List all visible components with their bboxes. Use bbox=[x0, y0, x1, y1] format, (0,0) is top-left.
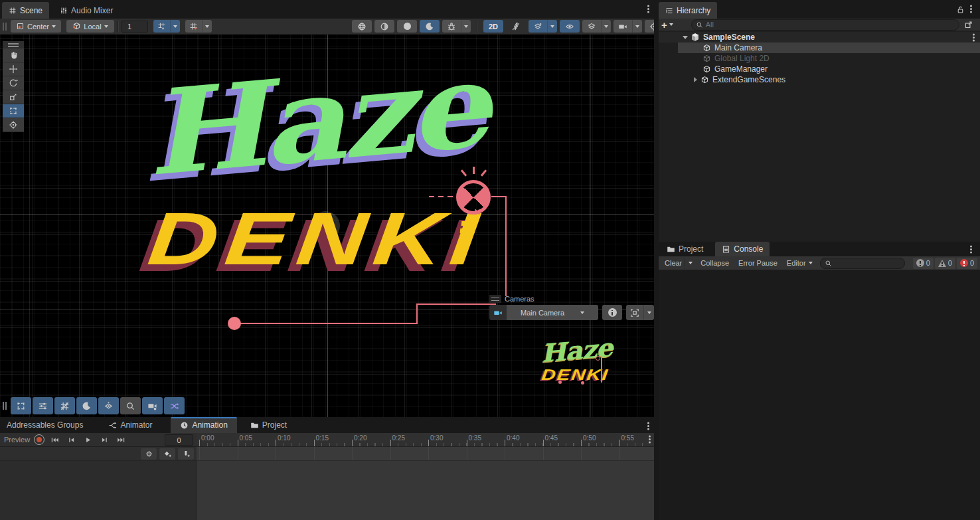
overlay-search-button[interactable] bbox=[120, 397, 141, 414]
tab-project[interactable]: Project bbox=[660, 242, 710, 256]
snap-increment-button[interactable] bbox=[185, 20, 202, 33]
tab-console[interactable]: Console bbox=[715, 242, 770, 256]
animation-panel-menu-kebab[interactable] bbox=[647, 425, 649, 427]
console-menu-kebab[interactable] bbox=[970, 248, 972, 250]
console-clear-button[interactable]: Clear bbox=[660, 256, 685, 270]
tab-project-bottom[interactable]: Project bbox=[244, 417, 293, 433]
overlay-sprite-gizmo-button[interactable] bbox=[98, 397, 119, 414]
2d-mode-toggle[interactable]: 2D bbox=[483, 20, 503, 33]
tab-animation[interactable]: Animation bbox=[171, 417, 236, 433]
snap-increment-dropdown[interactable] bbox=[202, 20, 212, 33]
cameras-overlay-frame-button[interactable] bbox=[626, 305, 643, 320]
grid-snap-dropdown[interactable] bbox=[170, 20, 180, 33]
console-editor-dropdown[interactable]: Editor bbox=[782, 256, 817, 270]
toolbar-drag-handle[interactable] bbox=[3, 23, 7, 31]
animation-property-list[interactable] bbox=[0, 461, 197, 520]
overlay-shuffle-button[interactable] bbox=[164, 397, 185, 414]
panel-splitter[interactable] bbox=[654, 0, 659, 520]
scene-visibility-toggle[interactable] bbox=[560, 20, 580, 33]
hierarchy-create-button[interactable]: + bbox=[661, 20, 667, 30]
scene-expand-caret[interactable] bbox=[683, 36, 688, 39]
effects-toggle[interactable] bbox=[529, 20, 547, 33]
previous-frame-button[interactable] bbox=[66, 436, 76, 444]
add-event-button[interactable] bbox=[178, 448, 194, 460]
tree-row-main-camera[interactable]: Main Camera bbox=[659, 43, 980, 53]
tree-row-gamemanager[interactable]: GameManager bbox=[659, 64, 980, 74]
cameras-overlay-camera-select[interactable]: Main Camera bbox=[507, 305, 598, 320]
debug-draw-button[interactable] bbox=[442, 20, 461, 33]
scale-tool-button[interactable] bbox=[3, 90, 24, 104]
lighting-toggle[interactable] bbox=[506, 20, 526, 33]
layers-dropdown[interactable] bbox=[601, 20, 611, 33]
pick-window-icon[interactable] bbox=[964, 21, 973, 29]
hand-tool-button[interactable] bbox=[3, 48, 24, 62]
hierarchy-lock-icon[interactable] bbox=[956, 5, 965, 14]
animation-dopesheet[interactable] bbox=[197, 461, 654, 520]
shading-unlit-button[interactable] bbox=[397, 20, 417, 33]
lamp-gizmo-circle[interactable] bbox=[456, 180, 491, 215]
space-mode-dropdown[interactable]: Local bbox=[66, 20, 114, 33]
transform-tool-button[interactable] bbox=[3, 118, 24, 132]
shading-shaded-button[interactable] bbox=[374, 20, 394, 33]
tools-overlay-drag-handle[interactable] bbox=[3, 41, 24, 48]
tab-scene[interactable]: Scene bbox=[2, 2, 49, 19]
tab-addressables-groups[interactable]: Addressables Groups bbox=[0, 417, 90, 433]
console-info-count-button[interactable]: 0 bbox=[913, 258, 934, 269]
scene-viewport[interactable]: Haze DENKI bbox=[0, 35, 654, 417]
next-frame-button[interactable] bbox=[100, 436, 110, 444]
tree-row-scene[interactable]: SampleScene bbox=[659, 32, 980, 43]
grid-snap-toggle[interactable] bbox=[153, 20, 170, 33]
dopesheet-header-band[interactable] bbox=[197, 447, 654, 461]
overlay-sliders-button[interactable] bbox=[33, 397, 53, 414]
auto-key-button[interactable] bbox=[141, 448, 157, 460]
console-clear-dropdown[interactable] bbox=[685, 256, 696, 270]
goto-start-button[interactable] bbox=[50, 436, 60, 444]
pivot-mode-dropdown[interactable]: Center bbox=[11, 20, 61, 33]
add-keyframe-button[interactable] bbox=[159, 448, 175, 460]
scene-panel-menu-kebab[interactable] bbox=[647, 8, 649, 10]
tab-audio-mixer[interactable]: Audio Mixer bbox=[53, 2, 120, 19]
overlay-camera-record-button[interactable] bbox=[142, 397, 163, 414]
animation-record-button[interactable] bbox=[34, 434, 44, 445]
rect-tool-button[interactable] bbox=[3, 104, 24, 118]
shading-wireframe-button[interactable] bbox=[352, 20, 372, 33]
debug-draw-dropdown[interactable] bbox=[461, 20, 471, 33]
overlay-night-mode-button[interactable] bbox=[76, 397, 97, 414]
layers-button[interactable] bbox=[582, 20, 601, 33]
move-tool-button[interactable] bbox=[3, 62, 24, 76]
scene-row-kebab[interactable] bbox=[973, 37, 975, 39]
console-error-pause-button[interactable]: Error Pause bbox=[734, 256, 782, 270]
tab-animator[interactable]: Animator bbox=[102, 417, 159, 433]
cameras-overlay-frame-dropdown[interactable] bbox=[643, 305, 654, 320]
console-error-count-button[interactable]: 0 bbox=[957, 258, 977, 269]
console-warning-count-button[interactable]: 0 bbox=[935, 258, 955, 269]
extendgamescenes-expand-caret[interactable] bbox=[694, 77, 697, 82]
ruler-menu-kebab[interactable] bbox=[649, 438, 651, 440]
console-search-input[interactable] bbox=[820, 258, 905, 269]
cameras-overlay-info-button[interactable] bbox=[602, 305, 622, 320]
camera-view-dropdown[interactable] bbox=[632, 20, 642, 33]
cameras-overlay-drag-handle[interactable] bbox=[489, 295, 501, 303]
play-button[interactable] bbox=[83, 436, 93, 444]
rotate-tool-button[interactable] bbox=[3, 76, 24, 90]
anchor-handle-dot[interactable] bbox=[228, 317, 241, 330]
console-log-area[interactable] bbox=[659, 270, 980, 520]
hierarchy-menu-kebab[interactable] bbox=[970, 8, 972, 10]
shading-night-button[interactable] bbox=[420, 20, 440, 33]
animation-preview-toggle[interactable]: Preview bbox=[4, 436, 30, 444]
animation-timeline-ruler[interactable]: 0:000:050:100:150:200:250:300:350:400:45… bbox=[197, 433, 654, 447]
tree-row-extendgamescenes[interactable]: ExtendGameScenes bbox=[659, 74, 980, 85]
camera-view-button[interactable] bbox=[613, 20, 632, 33]
hierarchy-search-input[interactable]: All bbox=[691, 19, 959, 31]
overlay-rect-tool-button[interactable] bbox=[11, 397, 31, 414]
effects-dropdown[interactable] bbox=[547, 20, 557, 33]
tab-hierarchy[interactable]: Hierarchy bbox=[659, 2, 717, 19]
tree-row-global-light[interactable]: Global Light 2D bbox=[659, 53, 980, 64]
goto-end-button[interactable] bbox=[116, 436, 126, 444]
hierarchy-create-arrow[interactable] bbox=[669, 23, 673, 26]
overlay-grid-toggle-button[interactable] bbox=[54, 397, 75, 414]
animation-frame-field[interactable]: 0 bbox=[165, 434, 193, 446]
cameras-overlay-camera-button[interactable] bbox=[489, 305, 507, 320]
console-collapse-button[interactable]: Collapse bbox=[696, 256, 734, 270]
view-options-drag-handle[interactable] bbox=[3, 402, 7, 410]
